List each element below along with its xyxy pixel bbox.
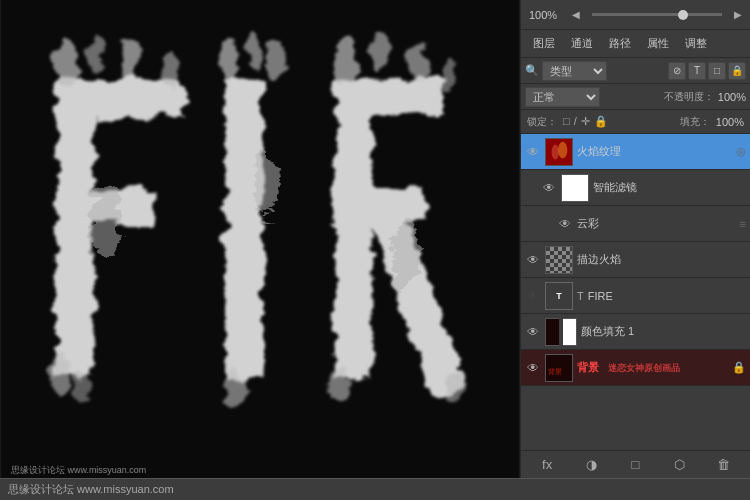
filter-row: 🔍 类型 名称 效果 ⊘ T □ 🔒	[521, 58, 750, 84]
filter-shape-btn[interactable]: □	[708, 62, 726, 80]
layer-edge-flame[interactable]: 👁 描边火焰	[521, 242, 750, 278]
new-layer-button[interactable]: ⬡	[670, 455, 690, 475]
layer-name-cloud: 云彩	[577, 216, 736, 231]
svg-point-14	[224, 366, 246, 406]
layer-name-background: 背景 迷恋女神原创画品	[577, 360, 728, 375]
new-fill-adjustment-button[interactable]: ◑	[581, 455, 601, 475]
svg-point-18	[333, 36, 357, 84]
svg-text:背景: 背景	[548, 366, 562, 375]
tab-layers[interactable]: 图层	[527, 34, 561, 53]
svg-point-19	[371, 32, 389, 72]
thumb-color-fill-right	[563, 318, 577, 346]
opacity-value[interactable]: 100%	[718, 91, 746, 103]
svg-point-22	[329, 363, 351, 403]
layer-fire-texture[interactable]: 👁 火焰纹理 ◎	[521, 134, 750, 170]
tab-adjustments[interactable]: 调整	[679, 34, 713, 53]
visibility-smart-filter[interactable]: 👁	[541, 180, 557, 196]
right-panel: 100% ◀ ▶ 图层 通道 路径 属性 调整 🔍 类型 名称 效果 ⊘	[520, 0, 750, 478]
bottom-bar-text: 思缘设计论坛 www.missyuan.com	[8, 482, 174, 497]
layer-cloud[interactable]: 👁 云彩 ≡	[521, 206, 750, 242]
tab-paths[interactable]: 路径	[603, 34, 637, 53]
filter-icons: ⊘ T □ 🔒	[668, 62, 746, 80]
layer-icon-fire-texture: ◎	[736, 145, 746, 158]
visibility-edge-flame[interactable]: 👁	[525, 252, 541, 268]
svg-point-21	[441, 59, 457, 91]
layer-icon-cloud: ≡	[740, 218, 746, 230]
zoom-bar: 100% ◀ ▶	[521, 0, 750, 30]
lock-position-btn[interactable]: /	[574, 115, 577, 128]
thumb-color-fill-left	[545, 318, 559, 346]
thumb-background: 背景	[545, 354, 573, 382]
zoom-slider[interactable]	[592, 13, 722, 16]
tabs-row: 图层 通道 路径 属性 调整	[521, 30, 750, 58]
fill-value[interactable]: 100%	[716, 116, 744, 128]
svg-point-13	[266, 44, 284, 80]
layer-color-fill[interactable]: 👁 颜色填充 1	[521, 314, 750, 350]
search-icon: 🔍	[525, 64, 539, 77]
visibility-cloud[interactable]: 👁	[557, 216, 573, 232]
blend-mode-row: 正常 溶解 正片叠底 不透明度： 100%	[521, 84, 750, 110]
fx-button[interactable]: fx	[537, 455, 557, 475]
lock-row: 锁定： □ / ✛ 🔒 填充： 100%	[521, 110, 750, 134]
blend-mode-select[interactable]: 正常 溶解 正片叠底	[525, 87, 600, 107]
lock-move-btn[interactable]: ✛	[581, 115, 590, 128]
visibility-background[interactable]: 👁	[525, 360, 541, 376]
layer-name-color-fill: 颜色填充 1	[581, 324, 746, 339]
thumb-smart-filter	[561, 174, 589, 202]
visibility-color-fill[interactable]: 👁	[525, 324, 541, 340]
filter-pixel-btn[interactable]: ⊘	[668, 62, 686, 80]
layer-name-fire-texture: 火焰纹理	[577, 144, 732, 159]
layer-smart-filter[interactable]: 👁 智能滤镜	[521, 170, 750, 206]
thumb-fire-texture	[545, 138, 573, 166]
fire-canvas-svg: 思缘设计论坛 www.missyuan.com	[0, 0, 520, 478]
svg-text:思缘设计论坛 www.missyuan.com: 思缘设计论坛 www.missyuan.com	[10, 465, 146, 475]
svg-rect-10	[225, 80, 263, 379]
bottom-bar: 思缘设计论坛 www.missyuan.com	[0, 478, 750, 500]
svg-point-20	[409, 47, 429, 83]
svg-point-24	[86, 179, 116, 259]
visibility-fire-text[interactable]: 👁	[525, 288, 541, 304]
lock-icons: □ / ✛ 🔒	[563, 115, 608, 128]
svg-point-4	[54, 40, 78, 90]
lock-label: 锁定：	[527, 115, 557, 129]
layer-name-fire-text: FIRE	[588, 290, 746, 302]
zoom-slider-thumb[interactable]	[678, 10, 688, 20]
fill-label: 填充：	[680, 115, 710, 129]
filter-type-select[interactable]: 类型 名称 效果	[542, 61, 607, 81]
tab-channels[interactable]: 通道	[565, 34, 599, 53]
thumb-fire-text: T	[545, 282, 573, 310]
filter-lock-btn[interactable]: 🔒	[728, 62, 746, 80]
layer-background[interactable]: 👁 背景 背景 迷恋女神原创画品 🔒	[521, 350, 750, 386]
svg-point-29	[552, 144, 559, 159]
svg-rect-2	[56, 80, 185, 118]
svg-point-23	[444, 370, 464, 406]
layer-name-edge-flame: 描边火焰	[577, 252, 746, 267]
layers-list: 👁 火焰纹理 ◎ 👁 智能滤镜 👁	[521, 134, 750, 450]
visibility-fire-texture[interactable]: 👁	[525, 144, 541, 160]
lock-all-btn[interactable]: 🔒	[594, 115, 608, 128]
zoom-level: 100%	[529, 9, 564, 21]
delete-layer-button[interactable]: 🗑	[714, 455, 734, 475]
lock-pixels-btn[interactable]: □	[563, 115, 570, 128]
zoom-arrow-left[interactable]: ◀	[572, 9, 580, 20]
svg-point-30	[558, 141, 567, 158]
main-container: 思缘设计论坛 www.missyuan.com 100% ◀ ▶ 图层 通道 路…	[0, 0, 750, 478]
svg-point-26	[385, 211, 413, 287]
thumb-edge-flame	[545, 246, 573, 274]
svg-point-25	[248, 144, 272, 214]
new-group-button[interactable]: □	[625, 455, 645, 475]
zoom-arrow-right[interactable]: ▶	[734, 9, 742, 20]
svg-point-5	[88, 35, 104, 75]
svg-point-12	[247, 30, 263, 70]
svg-rect-15	[335, 80, 373, 379]
layer-fire-text[interactable]: 👁 T T FIRE	[521, 278, 750, 314]
svg-point-11	[220, 38, 240, 82]
tab-properties[interactable]: 属性	[641, 34, 675, 53]
type-icon-fire-text: T	[577, 290, 584, 302]
canvas-content: 思缘设计论坛 www.missyuan.com	[0, 0, 520, 478]
svg-point-8	[50, 354, 72, 394]
filter-text-btn[interactable]: T	[688, 62, 706, 80]
canvas-area: 思缘设计论坛 www.missyuan.com	[0, 0, 520, 478]
svg-point-9	[73, 372, 89, 404]
lock-icon-background: 🔒	[732, 361, 746, 374]
